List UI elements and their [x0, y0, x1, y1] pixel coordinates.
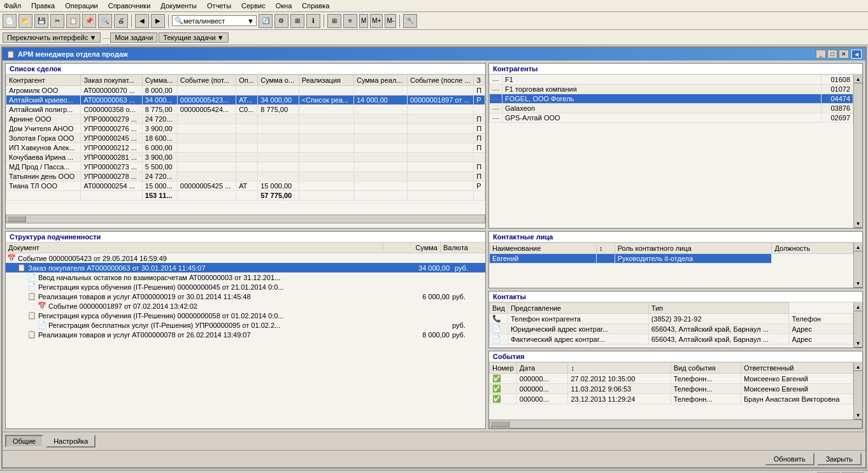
events-hscroll[interactable] — [489, 420, 862, 428]
table-row[interactable]: Дом Учителя АНООУПР00000276 ...3 900,00П — [6, 124, 485, 134]
list-item[interactable]: —Galaxeon03876 — [490, 104, 853, 113]
table-cell — [408, 162, 474, 172]
search-input[interactable] — [183, 17, 247, 25]
current-tasks-btn[interactable]: Текущие задачи ▼ — [159, 32, 228, 43]
tree-item[interactable]: 📄Регистрация курса обучения (IT-Решения)… — [6, 282, 485, 292]
table-row[interactable]: Алтайский полигр...С000000358 о...8 775,… — [6, 105, 485, 115]
toolbar-btn-back[interactable]: ◀ — [135, 14, 149, 28]
table-row[interactable]: Арнине ОООУПР00000279 ...24 720...П — [6, 115, 485, 124]
table-row[interactable]: Золотая Горка ОООУПР00000245 ...18 600..… — [6, 134, 485, 143]
contact-persons-container[interactable]: Наименование↕Роль контактного лицаДолжно… — [489, 243, 853, 288]
table-row[interactable]: Тиана ТЛ ОООАТ000000254 ...15 000...0000… — [6, 181, 485, 191]
toolbar-btn-grid[interactable]: ⊞ — [327, 14, 341, 28]
table-row[interactable]: ИП Хавкунов Алек...УПР00000212 ...6 000,… — [6, 143, 485, 153]
menu-item[interactable]: Файл — [3, 1, 22, 10]
list-item[interactable]: 📞Телефон контрагента(3852) 39-21-92Телеф… — [490, 314, 853, 324]
toolbar-btn-cut[interactable]: ✂ — [50, 14, 64, 28]
tree-item[interactable]: 📄Регистрация бесплатных услуг (IT-Решени… — [6, 320, 485, 330]
window-title: 📋 АРМ менеджера отдела продаж — [6, 50, 128, 59]
my-tasks-btn[interactable]: Мои задачи — [110, 32, 157, 43]
toolbar-btn-paste[interactable]: 📌 — [82, 14, 96, 28]
deals-table-container[interactable]: КонтрагентЗаказ покупат...Сумма...Событи… — [6, 74, 485, 215]
toolbar-btn-forward[interactable]: ▶ — [151, 14, 165, 28]
refresh-btn[interactable]: Обновить — [765, 453, 815, 465]
sidebar-toggle[interactable]: ◀ — [851, 50, 862, 59]
counterparties-scrollbar[interactable]: ▲ ▼ — [853, 74, 862, 228]
list-item[interactable]: ✅000000...23.12.2013 11:29:24Телефонн...… — [490, 394, 853, 404]
toolbar-btn-refresh[interactable]: 🔄 — [259, 14, 273, 28]
cp-scroll-down[interactable]: ▼ — [854, 279, 863, 288]
tree-item[interactable]: 📋Заказ покупателя АТ000000063 от 30.01.2… — [6, 263, 485, 272]
tree-item[interactable]: 📅Событие 00000001897 от 07.02.2014 13:42… — [6, 301, 485, 311]
contacts-scrollbar[interactable]: ▲ ▼ — [853, 302, 862, 348]
list-item[interactable]: —FOGEL, ООО Фогель04474 — [490, 94, 853, 104]
close-window-btn[interactable]: Закрыть — [817, 453, 862, 465]
contacts-table: ВидПредставлениеТип 📞Телефон контрагента… — [489, 302, 853, 344]
tree-item[interactable]: 📋Реализация товаров и услуг АТ000000078 … — [6, 330, 485, 339]
structure-tree[interactable]: 📅Событие 00000005423 от 29.05.2014 16:59… — [6, 253, 485, 428]
toolbar-btn-mplus[interactable]: М+ — [370, 14, 383, 28]
list-item[interactable]: ЕвгенийРуководитель it-отдела — [490, 254, 853, 264]
maximize-btn[interactable]: □ — [827, 50, 837, 59]
tree-item[interactable]: 📋Регистрация курса обучения (IT-Решения)… — [6, 311, 485, 320]
toolbar-btn-open[interactable]: 📂 — [18, 14, 32, 28]
table-row[interactable]: Кочубаева Ирина ...УПР00000281 ...3 900,… — [6, 153, 485, 162]
toolbar-btn-copy2[interactable]: ⊞ — [290, 14, 304, 28]
toolbar-btn-list[interactable]: ≡ — [343, 14, 357, 28]
list-item[interactable]: 📄Юридический адрес контраг...656043, Алт… — [490, 324, 853, 334]
list-item[interactable]: ✅000000...27.02.2012 10:35:00Телефонн...… — [490, 374, 853, 384]
events-container[interactable]: НомерДата↕Вид событияОтветственный ✅0000… — [489, 362, 853, 420]
toolbar-btn-save[interactable]: 💾 — [34, 14, 48, 28]
toolbar-btn-calc[interactable]: 🔧 — [403, 14, 417, 28]
contacts-scroll-down[interactable]: ▼ — [854, 339, 863, 348]
list-item[interactable]: 📄Фактический адрес контраг...656043, Алт… — [490, 334, 853, 344]
scroll-down-arrow[interactable]: ▼ — [854, 219, 863, 228]
close-btn[interactable]: ✕ — [839, 50, 849, 59]
toolbar-btn-filter[interactable]: 🔍 — [98, 14, 112, 28]
menu-item[interactable]: Окна — [274, 1, 294, 10]
tab-btn-настройка[interactable]: Настройка — [46, 435, 96, 448]
contact-persons-scrollbar[interactable]: ▲ ▼ — [853, 243, 862, 288]
events-scroll-thumb-h[interactable] — [490, 421, 509, 427]
list-item[interactable]: —F1 торговая компания01072 — [490, 85, 853, 94]
events-scrollbar[interactable]: ▲ ▼ — [853, 362, 862, 420]
menu-item[interactable]: Сервис — [240, 1, 267, 10]
toolbar-btn-new[interactable]: 📄 — [3, 14, 17, 28]
list-item[interactable]: —F101608 — [490, 75, 853, 85]
contacts-container[interactable]: ВидПредставлениеТип 📞Телефон контрагента… — [489, 302, 853, 348]
list-item[interactable]: —GPS-Алтай ООО02697 — [490, 113, 853, 123]
tree-item[interactable]: 📄Ввод начальных остатков по взаиморасчет… — [6, 272, 485, 282]
toolbar-btn-settings[interactable]: ⚙ — [274, 14, 288, 28]
toolbar-btn-m[interactable]: М — [359, 14, 368, 28]
table-cell — [258, 143, 299, 153]
table-row[interactable]: МД Прод / Пасса...УПР00000273 ...5 500,0… — [6, 162, 485, 172]
deals-hscroll[interactable] — [6, 215, 485, 223]
counterparties-table-container[interactable]: —F101608—F1 торговая компания01072—FOGEL… — [489, 74, 853, 228]
deals-scroll-thumb[interactable] — [7, 216, 26, 222]
tree-item[interactable]: 📋Реализация товаров и услуг АТ000000019 … — [6, 292, 485, 301]
events-scroll-down[interactable]: ▼ — [854, 411, 863, 420]
menu-item[interactable]: Справка — [301, 1, 331, 10]
toolbar-btn-mminus[interactable]: М- — [385, 14, 396, 28]
minimize-btn[interactable]: _ — [816, 50, 826, 59]
toolbar-btn-info[interactable]: ℹ — [306, 14, 320, 28]
toolbar-btn-copy[interactable]: 📋 — [66, 14, 80, 28]
menu-item[interactable]: Справочники — [107, 1, 152, 10]
table-row[interactable]: Агромилк ОООАТ000000070 ...8 000,00П — [6, 86, 485, 95]
list-item[interactable]: ✅000000...11.03.2012 9:06:53Телефонн...М… — [490, 384, 853, 394]
menu-item[interactable]: Отчеты — [206, 1, 232, 10]
menu-item[interactable]: Операции — [64, 1, 99, 10]
menu-item[interactable]: Документы — [159, 1, 198, 10]
menu-item[interactable]: Правка — [30, 1, 56, 10]
tree-item[interactable]: 📅Событие 00000005423 от 29.05.2014 16:59… — [6, 253, 485, 263]
cp-scroll-up[interactable]: ▲ — [854, 243, 863, 251]
table-row[interactable]: Алтайский краево...АТ000000063 ...34 000… — [6, 95, 485, 105]
scroll-up-arrow[interactable]: ▲ — [854, 74, 863, 83]
events-scroll-up[interactable]: ▲ — [854, 362, 863, 371]
switch-interface-btn[interactable]: Переключить интерфейс ▼ — [3, 32, 101, 43]
tab-btn-общие[interactable]: Общие — [5, 435, 43, 448]
toolbar-btn-print[interactable]: 🖨 — [114, 14, 128, 28]
search-dropdown-icon[interactable]: ▼ — [247, 17, 254, 25]
table-row[interactable]: Татьянин день ОООУПР00000278 ...24 720..… — [6, 172, 485, 181]
contacts-scroll-up[interactable]: ▲ — [854, 302, 863, 311]
